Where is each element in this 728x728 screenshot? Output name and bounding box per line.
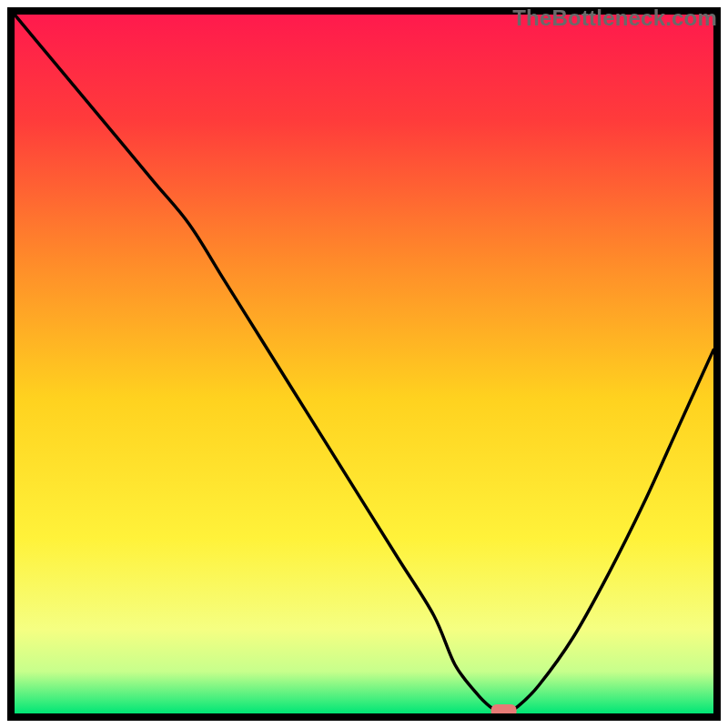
bottleneck-chart: TheBottleneck.com: [0, 0, 728, 728]
chart-svg: [0, 0, 728, 728]
watermark-text: TheBottleneck.com: [512, 5, 717, 31]
chart-gradient-bg: [15, 15, 713, 713]
